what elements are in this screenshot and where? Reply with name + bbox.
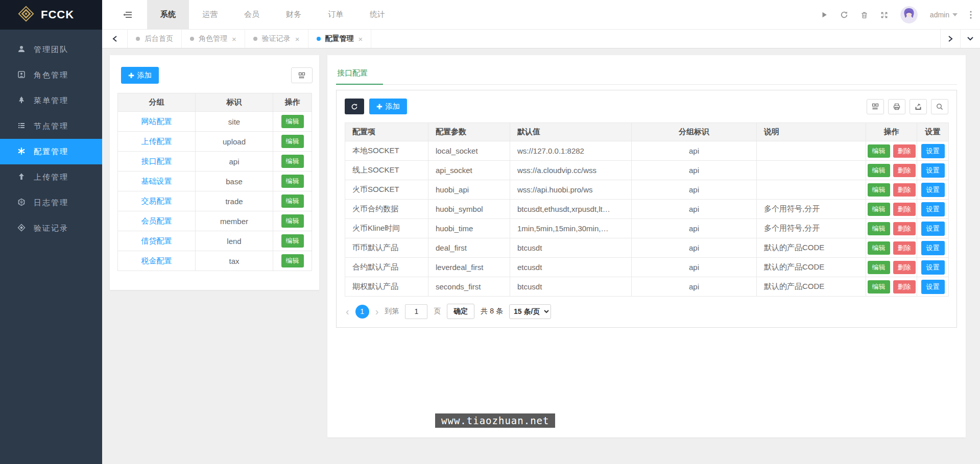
edit-button[interactable]: 编辑 <box>281 135 304 148</box>
setting-button[interactable]: 设置 <box>921 163 945 178</box>
refresh-icon[interactable] <box>840 11 848 19</box>
config-param: leverdeal_first <box>428 258 510 277</box>
sidebar-item-label: 角色管理 <box>34 70 68 80</box>
close-icon[interactable]: × <box>358 35 363 43</box>
trash-icon[interactable] <box>861 11 868 19</box>
delete-button[interactable]: 删除 <box>893 203 916 216</box>
table-row: 交易配置 trade 编辑 <box>118 191 312 211</box>
group-code: trade <box>196 191 273 211</box>
delete-button[interactable]: 删除 <box>893 144 916 158</box>
config-item: 火币合约数据 <box>345 200 428 219</box>
edit-button[interactable]: 编辑 <box>281 175 304 188</box>
edit-button[interactable]: 编辑 <box>868 144 890 158</box>
module-tab-member[interactable]: 会员 <box>231 0 273 29</box>
edit-button[interactable]: 编辑 <box>281 115 304 128</box>
page-tab-home[interactable]: 后台首页 <box>128 30 182 48</box>
page-size-select[interactable]: 15 条/页 <box>509 304 551 319</box>
setting-button[interactable]: 设置 <box>921 144 945 158</box>
module-tab-operation[interactable]: 运营 <box>189 0 231 29</box>
sidebar-item-upload[interactable]: 上传管理 <box>0 164 102 190</box>
delete-button[interactable]: 删除 <box>893 222 916 235</box>
sidebar-item-log[interactable]: 日志管理 <box>0 190 102 215</box>
print-icon[interactable] <box>888 99 905 114</box>
page-number-input[interactable] <box>405 304 427 319</box>
module-tab-order[interactable]: 订单 <box>315 0 356 29</box>
group-link[interactable]: 上传配置 <box>141 137 172 145</box>
group-link[interactable]: 接口配置 <box>141 157 172 165</box>
add-group-button[interactable]: ✚ 添加 <box>121 67 159 84</box>
edit-button[interactable]: 编辑 <box>281 194 304 208</box>
edit-button[interactable]: 编辑 <box>868 261 890 274</box>
group-link[interactable]: 网站配置 <box>141 117 172 126</box>
play-icon[interactable] <box>821 11 828 18</box>
more-icon[interactable] <box>970 11 972 19</box>
next-page-icon[interactable]: › <box>375 306 379 316</box>
sidebar-item-config[interactable]: 配置管理 <box>0 139 102 164</box>
setting-button[interactable]: 设置 <box>921 202 945 216</box>
avatar[interactable] <box>900 6 918 23</box>
edit-button[interactable]: 编辑 <box>868 164 890 177</box>
current-page-button[interactable]: 1 <box>355 305 369 319</box>
config-desc <box>757 161 866 180</box>
toggle-columns-icon[interactable] <box>291 67 313 83</box>
sidebar-item-role[interactable]: 角色管理 <box>0 62 102 88</box>
tab-api-config[interactable]: 接口配置 <box>336 65 383 85</box>
close-icon[interactable]: × <box>232 35 236 43</box>
group-link[interactable]: 税金配置 <box>141 256 172 265</box>
prev-page-icon[interactable]: ‹ <box>346 306 349 316</box>
edit-button[interactable]: 编辑 <box>868 183 890 197</box>
edit-button[interactable]: 编辑 <box>281 254 304 267</box>
edit-button[interactable]: 编辑 <box>281 155 304 168</box>
delete-button[interactable]: 删除 <box>893 164 916 177</box>
sidebar-item-node[interactable]: 节点管理 <box>0 113 102 139</box>
refresh-table-button[interactable] <box>345 99 364 114</box>
group-link[interactable]: 交易配置 <box>141 197 172 205</box>
delete-button[interactable]: 删除 <box>893 183 916 197</box>
export-icon[interactable] <box>910 99 927 114</box>
column-header: 操作 <box>866 123 917 141</box>
table-row: 借贷配置 lend 编辑 <box>118 231 312 251</box>
pagination: ‹ 1 › 到第 页 确定 共 8 条 15 条/页 <box>346 304 948 319</box>
delete-button[interactable]: 删除 <box>893 241 916 255</box>
page-tab-role[interactable]: 角色管理 × <box>182 30 245 48</box>
tabs-menu-icon[interactable] <box>960 30 980 48</box>
edit-button[interactable]: 编辑 <box>281 234 304 248</box>
module-tab-stats[interactable]: 统计 <box>356 0 398 29</box>
page-tab-verify[interactable]: 验证记录 × <box>245 30 308 48</box>
collapse-sidebar-icon[interactable] <box>117 0 138 29</box>
module-tab-system[interactable]: 系统 <box>147 0 189 29</box>
edit-button[interactable]: 编辑 <box>868 203 890 216</box>
add-config-button[interactable]: ✚ 添加 <box>369 99 407 114</box>
group-link[interactable]: 借贷配置 <box>141 236 172 245</box>
tabs-scroll-left-icon[interactable] <box>102 30 128 48</box>
close-icon[interactable]: × <box>295 35 300 43</box>
setting-button[interactable]: 设置 <box>921 241 945 255</box>
setting-button[interactable]: 设置 <box>921 280 945 294</box>
edit-button[interactable]: 编辑 <box>868 222 890 235</box>
group-link[interactable]: 会员配置 <box>141 216 172 225</box>
delete-button[interactable]: 删除 <box>893 261 916 274</box>
setting-button[interactable]: 设置 <box>921 222 945 236</box>
tabs-scroll-right-icon[interactable] <box>940 30 960 48</box>
setting-button[interactable]: 设置 <box>921 260 945 275</box>
toggle-columns-icon[interactable] <box>867 99 884 114</box>
edit-button[interactable]: 编辑 <box>868 280 890 294</box>
user-menu[interactable]: admin <box>930 11 958 19</box>
group-link[interactable]: 基础设置 <box>141 177 172 185</box>
edit-button[interactable]: 编辑 <box>868 241 890 255</box>
edit-button[interactable]: 编辑 <box>281 214 304 228</box>
sidebar-item-verify[interactable]: 验证记录 <box>0 215 102 241</box>
config-param: huobi_time <box>428 219 510 238</box>
fullscreen-icon[interactable] <box>880 11 888 19</box>
confirm-page-button[interactable]: 确定 <box>447 304 474 319</box>
sidebar-item-menu[interactable]: 菜单管理 <box>0 88 102 113</box>
config-desc <box>757 141 866 161</box>
node-list-icon <box>17 121 26 131</box>
search-icon[interactable] <box>931 99 948 114</box>
module-tab-finance[interactable]: 财务 <box>273 0 315 29</box>
column-header: 标识 <box>196 93 273 112</box>
setting-button[interactable]: 设置 <box>921 183 945 197</box>
sidebar-item-team[interactable]: 管理团队 <box>0 37 102 62</box>
page-tab-config[interactable]: 配置管理 × <box>308 30 372 48</box>
delete-button[interactable]: 删除 <box>893 280 916 294</box>
